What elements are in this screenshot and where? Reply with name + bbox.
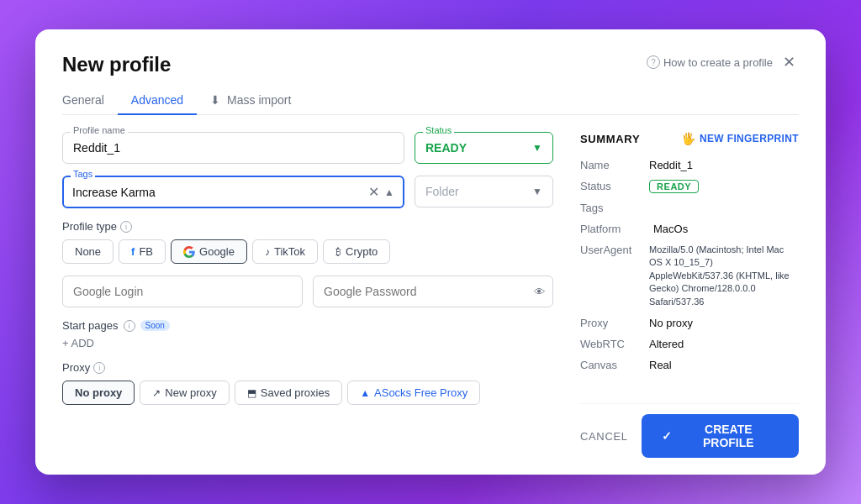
summary-row-name: Name Reddit_1: [580, 159, 799, 171]
password-toggle-button[interactable]: 👁: [534, 286, 545, 298]
google-login-input[interactable]: [62, 276, 303, 307]
google-password-input[interactable]: [313, 276, 553, 307]
proxy-buttons: No proxy ↗ New proxy ⬒ Saved proxies ▲ A…: [62, 381, 553, 405]
profile-type-label: Profile type i: [62, 220, 553, 233]
modal-header: New profile ? How to create a profile ✕: [62, 53, 799, 76]
platform-row: MacOs: [649, 223, 688, 235]
new-fingerprint-button[interactable]: 🖐 NEW FINGERPRINT: [681, 132, 799, 145]
profile-type-buttons: None f FB Google: [62, 239, 553, 264]
type-btn-none[interactable]: None: [62, 239, 114, 264]
asocks-icon: ▲: [360, 387, 370, 399]
folder-placeholder: Folder: [425, 185, 526, 198]
google-password-field: 👁: [313, 276, 553, 307]
summary-row-canvas: Canvas Real: [580, 359, 799, 371]
tags-chevron-icon: ▲: [384, 186, 394, 198]
header-right: ? How to create a profile ✕: [647, 53, 799, 71]
tiktok-icon: ♪: [265, 246, 270, 258]
proxy-btn-saved-proxies[interactable]: ⬒ Saved proxies: [235, 381, 342, 405]
proxy-info-icon: i: [93, 362, 105, 374]
profile-name-field: Profile name: [62, 132, 404, 164]
start-pages-info-icon: i: [124, 320, 135, 332]
crypto-icon: ₿: [335, 246, 341, 258]
row-name-status: Profile name Status READY ▼: [62, 132, 553, 164]
summary-row-proxy: Proxy No proxy: [580, 317, 799, 329]
summary-row-useragent: UserAgent Mozilla/5.0 (Macintosh; Intel …: [580, 244, 799, 308]
proxy-section: Proxy i No proxy ↗ New proxy ⬒ Saved pro…: [62, 361, 553, 405]
google-icon: [183, 246, 195, 258]
proxy-btn-no-proxy[interactable]: No proxy: [62, 381, 135, 405]
soon-badge: Soon: [140, 320, 170, 331]
modal-title: New profile: [62, 53, 171, 76]
modal-body: Profile name Status READY ▼ Tags: [62, 132, 799, 458]
folder-field: Folder ▼: [415, 176, 553, 208]
summary-table: Name Reddit_1 Status READY Tags Platform…: [580, 159, 799, 393]
tab-mass-import[interactable]: ⬇ Mass import: [197, 87, 304, 115]
proxy-label: Proxy i: [62, 361, 553, 374]
summary-header: SUMMARY 🖐 NEW FINGERPRINT: [580, 132, 799, 145]
summary-row-platform: Platform MacOs: [580, 223, 799, 235]
type-btn-google[interactable]: Google: [171, 239, 247, 264]
close-button[interactable]: ✕: [779, 53, 799, 71]
summary-row-status: Status READY: [580, 180, 799, 193]
type-btn-fb[interactable]: f FB: [119, 239, 166, 264]
add-start-page-button[interactable]: + ADD: [62, 337, 553, 349]
google-login-field: [62, 276, 303, 307]
cancel-button[interactable]: CANCEL: [580, 430, 628, 443]
start-pages-section: Start pages i Soon + ADD: [62, 319, 553, 349]
fb-icon: f: [131, 245, 135, 258]
new-profile-modal: New profile ? How to create a profile ✕ …: [35, 29, 826, 475]
status-label: Status: [423, 125, 454, 135]
summary-status-badge: READY: [649, 180, 699, 193]
status-dropdown[interactable]: READY ▼: [415, 132, 553, 164]
tab-advanced[interactable]: Advanced: [118, 87, 197, 115]
tags-clear-button[interactable]: ✕: [367, 184, 381, 200]
proxy-btn-new-proxy[interactable]: ↗ New proxy: [140, 381, 229, 405]
help-link-text: How to create a profile: [663, 56, 773, 69]
summary-section: SUMMARY 🖐 NEW FINGERPRINT Name Reddit_1 …: [580, 132, 799, 458]
google-login-row: 👁: [62, 276, 553, 307]
help-icon: ?: [647, 55, 660, 69]
create-profile-button[interactable]: ✓ CREATE PROFILE: [642, 414, 799, 458]
tags-input-wrapper[interactable]: ✕ ▲: [62, 176, 404, 208]
checkmark-icon: ✓: [662, 429, 672, 443]
type-btn-tiktok[interactable]: ♪ TikTok: [252, 239, 318, 264]
tags-label: Tags: [71, 169, 95, 179]
start-pages-label: Start pages i Soon: [62, 319, 553, 332]
folder-chevron-icon: ▼: [532, 186, 542, 197]
saved-proxies-icon: ⬒: [247, 387, 256, 399]
profile-type-section: Profile type i None f FB: [62, 220, 553, 264]
help-link[interactable]: ? How to create a profile: [647, 55, 773, 69]
profile-name-label: Profile name: [71, 125, 128, 135]
tab-general[interactable]: General: [62, 87, 118, 115]
fingerprint-icon: 🖐: [681, 132, 695, 145]
new-proxy-icon: ↗: [152, 387, 161, 399]
folder-dropdown[interactable]: Folder ▼: [415, 176, 553, 207]
tags-input[interactable]: [72, 186, 363, 199]
status-value: READY: [425, 141, 526, 155]
form-section: Profile name Status READY ▼ Tags: [62, 132, 553, 458]
status-chevron-icon: ▼: [532, 142, 542, 154]
type-btn-crypto[interactable]: ₿ Crypto: [323, 239, 390, 264]
proxy-btn-asocks[interactable]: ▲ ASocks Free Proxy: [347, 381, 480, 405]
summary-row-webrtc: WebRTC Altered: [580, 338, 799, 350]
tab-bar: General Advanced ⬇ Mass import: [62, 87, 799, 115]
profile-type-info-icon: i: [120, 221, 132, 233]
summary-title: SUMMARY: [580, 133, 640, 145]
summary-row-tags: Tags: [580, 202, 799, 214]
profile-name-input[interactable]: [62, 132, 404, 164]
status-field: Status READY ▼: [415, 132, 553, 164]
row-tags-folder: Tags ✕ ▲ Folder ▼: [62, 176, 553, 208]
modal-footer: CANCEL ✓ CREATE PROFILE: [580, 403, 799, 458]
tags-field: Tags ✕ ▲: [62, 176, 404, 208]
